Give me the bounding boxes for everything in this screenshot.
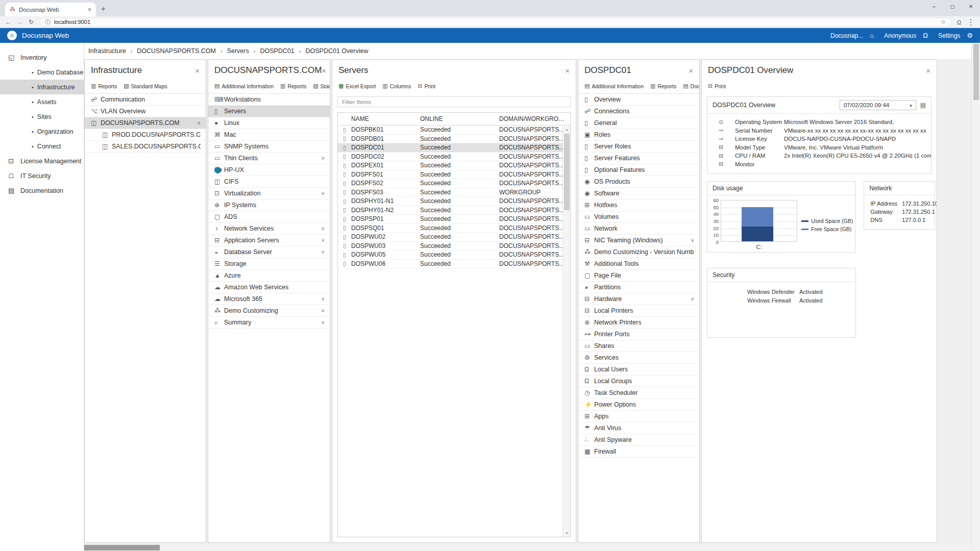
scroll-up-icon[interactable] [563,126,571,133]
scrollbar-thumb[interactable] [84,545,160,550]
table-row[interactable]: ▯ DOSPBK01 Succeeded DOCUSNAPSPORTS.COM [338,126,570,135]
list-item[interactable]: ▢ Page File [578,270,699,282]
list-item[interactable]: ⊕ IP Systems [208,199,330,211]
back-icon[interactable] [5,18,11,26]
list-item[interactable]: ⌘ Mac [208,129,330,141]
close-icon[interactable] [565,66,570,75]
list-item[interactable]: ▭ Thin Clients [208,153,330,164]
close-icon[interactable] [195,66,200,75]
table-row[interactable]: ▯ DOSPWU02 Succeeded DOCUSNAPSPORTS.COM [338,233,570,242]
table-row[interactable]: ▯ DOSPHY01-N1 Succeeded DOCUSNAPSPORTS.C… [338,197,570,206]
list-item[interactable]: ▭ SNMP Systems [208,141,330,153]
list-item[interactable]: ▯ General [578,117,699,129]
chevron-down-icon[interactable] [322,249,325,255]
list-item[interactable]: ◷ Task Scheduler [578,387,699,399]
column-header-online[interactable]: ONLINE [420,115,499,122]
breadcrumb-item[interactable]: DOCUSNAPSPORTS.COM [137,47,216,55]
list-item[interactable]: ◉ OS Products [578,176,699,188]
info-icon[interactable] [45,18,51,26]
list-item[interactable]: ⁂ Demo Customizing - Version Number [578,246,699,258]
snapshot-date-select[interactable]: 07/02/2020 09:44 [840,100,916,110]
table-row[interactable]: ▯ DOSPFS03 Succeeded WORKGROUP [338,188,570,197]
list-item[interactable]: ⚙ Services [578,352,699,364]
close-icon[interactable] [926,66,930,75]
table-scrollbar[interactable] [562,126,570,537]
list-item[interactable]: ● Linux [208,117,330,129]
list-item[interactable]: ▲ Azure [208,270,330,282]
list-item[interactable]: ◕ Partitions [578,282,699,293]
close-icon[interactable] [322,66,326,75]
url-text[interactable]: localhost:9001 [54,19,937,25]
tree-item[interactable]: ◫ DOCUSNAPSPORTS.COM [85,117,206,129]
header-item[interactable]: Docusnap... ⌂ [830,32,874,39]
user-icon[interactable]: Ω [923,32,928,39]
list-item[interactable]: ⌨ Workstations [208,94,330,106]
list-item[interactable]: ⊞ Hotfixes [578,199,699,211]
breadcrumb-item[interactable]: DOSPDC01 [260,47,294,55]
list-item[interactable]: Ω Local Users [578,364,699,375]
toolbar-button[interactable]: ▤ Additional Information [584,83,644,89]
list-item[interactable]: ▣ Roles [578,129,699,141]
list-item[interactable]: hp HP-UX [208,164,330,176]
tree-item[interactable]: ◫ PROD.DOCUSNAPSPORTS.COM [85,129,206,141]
toolbar-button[interactable]: ▥ Reports [650,83,676,89]
chevron-down-icon[interactable] [322,308,325,314]
sidebar-item[interactable]: ◱ Inventory [0,50,84,65]
window-close-icon[interactable] [962,0,980,13]
company-icon[interactable]: ⌂ [870,32,874,39]
scroll-down-icon[interactable] [563,530,571,537]
list-item[interactable]: ▯ Overview [578,94,699,106]
list-item[interactable]: ♁ Network Services [208,223,330,235]
list-item[interactable]: ∴ Anti Spyware [578,434,699,446]
forward-icon[interactable] [17,18,23,26]
breadcrumb-item[interactable]: Servers [227,47,249,55]
toolbar-button[interactable]: ▥ Reports [91,83,117,89]
menu-icon[interactable] [967,17,975,27]
chevron-down-icon[interactable] [322,155,325,161]
refresh-icon[interactable] [29,18,34,26]
sidebar-item[interactable]: ▤ Documentation [0,183,84,198]
list-item[interactable]: ▯ Server Roles [578,141,699,153]
list-item[interactable]: Ω Local Groups [578,375,699,387]
list-item[interactable]: ⊡ Virtualization [208,188,330,199]
tree-item[interactable]: ⌥ VLAN Overview [85,106,206,117]
list-item[interactable]: ▢ ADS [208,211,330,223]
list-item[interactable]: ▭ Shares [578,340,699,352]
avatar-icon[interactable] [957,17,961,27]
list-item[interactable]: ⊕ Network Printers [578,317,699,329]
new-tab-icon[interactable] [101,4,106,13]
column-header-domain[interactable]: DOMAIN/WORKGROUP M... [499,115,570,122]
table-row[interactable]: ▯ DOSPFS01 Succeeded DOCUSNAPSPORTS.COM [338,170,570,180]
horizontal-scrollbar[interactable] [84,544,971,551]
list-item[interactable]: ◒ Database Server [208,246,330,258]
list-item[interactable]: ⊟ Hardware [578,293,699,305]
table-row[interactable]: ▯ DOSPSQ01 Succeeded DOCUSNAPSPORTS.COM [338,224,570,233]
list-item[interactable]: ▭ Network [578,223,699,235]
chevron-down-icon[interactable] [322,296,325,302]
list-item[interactable]: ⚡ Power Options [578,399,699,411]
sidebar-item[interactable]: Organization [0,124,84,139]
list-item[interactable]: ☂ Anti Virus [578,422,699,434]
sidebar-item[interactable]: Sites [0,109,84,124]
table-row[interactable]: ▯ DOSPSP01 Succeeded DOCUSNAPSPORTS.COM [338,215,570,224]
url-field[interactable]: localhost:9001 [39,18,951,27]
sidebar-item[interactable]: ⊡ License Management [0,154,84,168]
toolbar-button[interactable]: ⊟ Print [708,83,726,89]
close-icon[interactable] [689,66,693,75]
tree-item[interactable]: ◫ SALES.DOCUSNAPSPORTS.COM [85,141,206,153]
scrollbar-thumb[interactable] [973,44,979,100]
sidebar-item[interactable]: Assets [0,94,84,109]
table-row[interactable]: ▯ DOSPHY01-N2 Succeeded DOCUSNAPSPORTS.C… [338,206,570,215]
scrollbar-thumb[interactable] [564,134,570,210]
list-item[interactable]: ⚒ Additional Tools [578,258,699,270]
tab-close-icon[interactable] [88,6,91,13]
maximize-icon[interactable] [943,0,962,13]
toolbar-button[interactable]: ⊟ Print [418,83,435,89]
list-item[interactable]: ▦ Firewall [578,446,699,458]
table-row[interactable]: ▯ DOSPWU06 Succeeded DOCUSNAPSPORTS.COM [338,260,570,269]
header-item[interactable]: Anonymous Ω [884,32,928,39]
toolbar-button[interactable]: ▥ Columns [382,83,411,89]
breadcrumb-item[interactable]: DOSPDC01 Overview [305,47,368,55]
table-row[interactable]: ▯ DOSPFS02 Succeeded DOCUSNAPSPORTS.COM [338,179,570,188]
sidebar-item[interactable]: Infrastructure [0,80,84,94]
